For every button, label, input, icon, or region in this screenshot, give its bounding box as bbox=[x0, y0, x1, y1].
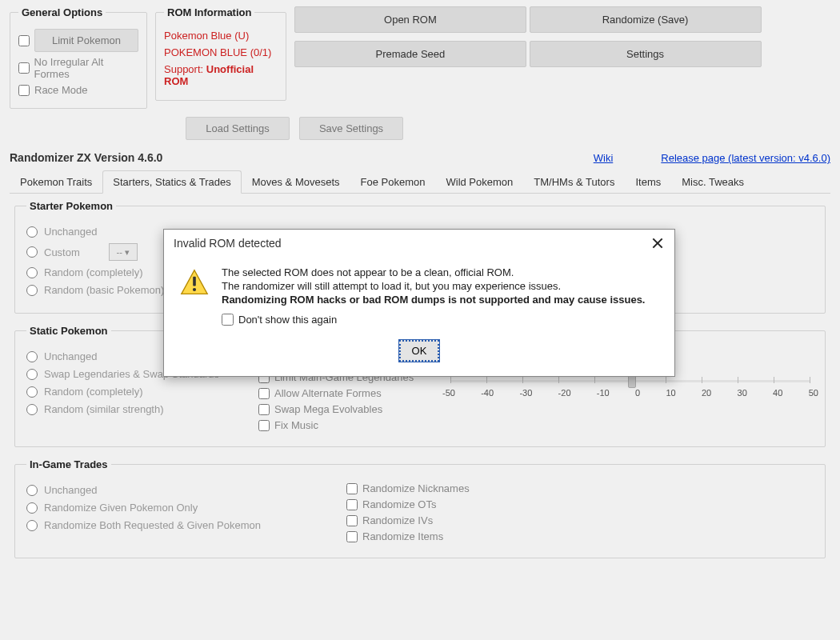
tab-misc-tweaks[interactable]: Misc. Tweaks bbox=[671, 170, 754, 193]
tab-moves-movesets[interactable]: Moves & Movesets bbox=[242, 170, 350, 193]
static-legend: Static Pokemon bbox=[26, 325, 111, 337]
save-settings-button[interactable]: Save Settings bbox=[299, 117, 403, 140]
static-random-similar-label: Random (similar strength) bbox=[44, 403, 164, 415]
static-random-similar-radio[interactable] bbox=[26, 404, 38, 415]
static-unchanged-radio[interactable] bbox=[26, 351, 38, 362]
race-mode-label: Race Mode bbox=[34, 84, 87, 96]
starter-unchanged-label: Unchanged bbox=[44, 226, 98, 238]
starter-unchanged-radio[interactable] bbox=[26, 226, 38, 238]
starter-random-complete-label: Random (completely) bbox=[44, 266, 143, 278]
randomize-ivs-checkbox[interactable] bbox=[346, 515, 358, 526]
limit-pokemon-checkbox[interactable] bbox=[18, 35, 30, 46]
static-random-complete-radio[interactable] bbox=[26, 386, 38, 398]
trades-unchanged-label: Unchanged bbox=[44, 484, 98, 496]
randomize-save-button[interactable]: Randomize (Save) bbox=[530, 6, 762, 33]
release-page-link[interactable]: Release page (latest version: v4.6.0) bbox=[661, 152, 830, 164]
randomize-items-checkbox[interactable] bbox=[346, 531, 358, 542]
dialog-line3: Randomizing ROM hacks or bad ROM dumps i… bbox=[222, 294, 645, 306]
premade-seed-button[interactable]: Premade Seed bbox=[294, 41, 526, 67]
rom-code: POKEMON BLUE (0/1) bbox=[164, 46, 278, 58]
rom-support-label: Support: bbox=[164, 63, 203, 75]
starter-random-basic-radio[interactable] bbox=[26, 285, 38, 296]
settings-button[interactable]: Settings bbox=[530, 41, 762, 67]
load-settings-button[interactable]: Load Settings bbox=[186, 117, 290, 140]
randomize-items-label: Randomize Items bbox=[362, 530, 443, 542]
trades-legend: In-Game Trades bbox=[26, 458, 111, 470]
starter-custom-select[interactable]: -- ▾ bbox=[109, 243, 138, 261]
dialog-line2: The randomizer will still attempt to loa… bbox=[222, 280, 645, 292]
randomize-ots-checkbox[interactable] bbox=[346, 499, 358, 510]
starter-legend: Starter Pokemon bbox=[26, 200, 116, 212]
tab-wild-pokemon[interactable]: Wild Pokemon bbox=[435, 170, 523, 193]
rom-name: Pokemon Blue (U) bbox=[164, 30, 278, 42]
dialog-line1: The selected ROM does not appear to be a… bbox=[222, 266, 645, 278]
general-options-group: General Options Limit Pokemon No Irregul… bbox=[10, 6, 147, 109]
trades-both-radio[interactable] bbox=[26, 520, 38, 531]
tab-tmhms-tutors[interactable]: TM/HMs & Tutors bbox=[523, 170, 625, 193]
rom-information-group: ROM Information Pokemon Blue (U) POKEMON… bbox=[155, 6, 286, 101]
randomize-nicknames-checkbox[interactable] bbox=[346, 483, 358, 494]
dialog-title: Invalid ROM detected bbox=[174, 237, 282, 250]
randomize-ots-label: Randomize OTs bbox=[362, 498, 436, 510]
static-random-complete-label: Random (completely) bbox=[44, 386, 143, 398]
in-game-trades-group: In-Game Trades Unchanged Randomize Given… bbox=[14, 458, 826, 558]
static-unchanged-label: Unchanged bbox=[44, 350, 98, 362]
dont-show-again-checkbox[interactable] bbox=[222, 314, 234, 326]
alt-formes-checkbox[interactable] bbox=[258, 388, 270, 399]
svg-point-2 bbox=[193, 288, 196, 291]
tab-bar: Pokemon Traits Starters, Statics & Trade… bbox=[10, 170, 830, 194]
starter-custom-radio[interactable] bbox=[26, 246, 38, 258]
close-icon[interactable] bbox=[650, 236, 665, 250]
swap-mega-checkbox[interactable] bbox=[258, 404, 270, 415]
warning-icon bbox=[180, 268, 209, 297]
right-button-column: Open ROM Randomize (Save) Premade Seed S… bbox=[294, 6, 830, 75]
race-mode-checkbox[interactable] bbox=[18, 85, 30, 96]
limit-pokemon-button[interactable]: Limit Pokemon bbox=[34, 29, 138, 52]
general-options-legend: General Options bbox=[18, 6, 106, 18]
tab-foe-pokemon[interactable]: Foe Pokemon bbox=[350, 170, 436, 193]
trades-both-label: Randomize Both Requested & Given Pokemon bbox=[44, 519, 261, 531]
static-swap-radio[interactable] bbox=[26, 369, 38, 380]
randomize-ivs-label: Randomize IVs bbox=[362, 514, 433, 526]
open-rom-button[interactable]: Open ROM bbox=[294, 6, 526, 33]
tab-starters-statics-trades[interactable]: Starters, Statics & Trades bbox=[102, 170, 241, 194]
rom-info-legend: ROM Information bbox=[164, 6, 254, 18]
slider-labels: -50-40-30-20-1001020304050 bbox=[442, 388, 818, 398]
trades-given-radio[interactable] bbox=[26, 502, 38, 514]
invalid-rom-dialog: Invalid ROM detected The selected ROM do… bbox=[163, 229, 675, 377]
starter-random-basic-label: Random (basic Pokemon) bbox=[44, 284, 164, 296]
trades-given-label: Randomize Given Pokemon Only bbox=[44, 502, 198, 514]
irregular-formes-checkbox[interactable] bbox=[18, 62, 30, 74]
alt-formes-label: Allow Alternate Formes bbox=[274, 387, 382, 399]
tab-items[interactable]: Items bbox=[625, 170, 671, 193]
irregular-formes-label: No Irregular Alt Formes bbox=[34, 56, 138, 80]
dont-show-again-label: Don't show this again bbox=[238, 314, 337, 326]
app-title: Randomizer ZX Version 4.6.0 bbox=[10, 151, 162, 164]
ok-button[interactable]: OK bbox=[399, 340, 440, 362]
tab-pokemon-traits[interactable]: Pokemon Traits bbox=[10, 170, 102, 193]
randomize-nicknames-label: Randomize Nicknames bbox=[362, 482, 470, 494]
svg-rect-1 bbox=[193, 277, 196, 286]
fix-music-checkbox[interactable] bbox=[258, 420, 270, 431]
wiki-link[interactable]: Wiki bbox=[594, 152, 614, 164]
trades-unchanged-radio[interactable] bbox=[26, 485, 38, 496]
starter-random-complete-radio[interactable] bbox=[26, 267, 38, 278]
rom-support: Support: Unofficial ROM bbox=[164, 63, 278, 87]
swap-mega-label: Swap Mega Evolvables bbox=[274, 403, 382, 415]
starter-custom-label: Custom bbox=[44, 246, 80, 258]
fix-music-label: Fix Music bbox=[274, 419, 318, 431]
